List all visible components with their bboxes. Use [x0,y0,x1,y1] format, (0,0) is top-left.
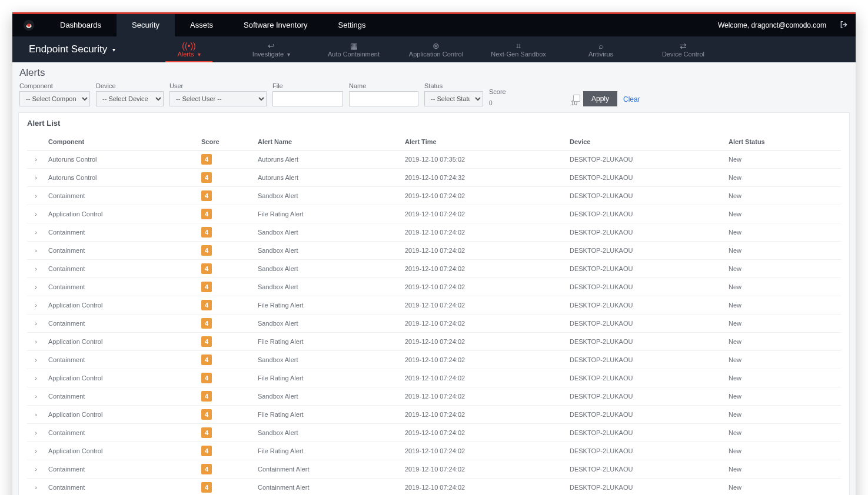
chevron-down-icon: ▾ [287,51,290,58]
cell-alert-name: File Rating Alert [254,205,401,223]
cell-score: 4 [198,242,254,260]
cell-alert-name: File Rating Alert [254,406,401,424]
filter-name-input[interactable] [349,91,418,106]
cell-alert-name: Sandbox Alert [254,387,401,406]
expand-row-icon[interactable]: › [27,278,45,296]
cell-alert-name: Containment Alert [254,479,401,496]
expand-row-icon[interactable]: › [27,150,45,169]
svg-point-1 [27,24,31,27]
expand-row-icon[interactable]: › [27,333,45,351]
filter-file-input[interactable] [272,91,343,106]
filter-user-label: User [169,82,267,89]
topnav-item-security[interactable]: Security [117,14,175,36]
cell-alert-time: 2019-12-10 07:24:02 [401,442,566,460]
cell-status: New [725,205,841,223]
brand-logo-icon [12,19,45,32]
subnav-tab-label: Next-Gen Sandbox [491,51,546,58]
cell-component: Application Control [45,442,198,460]
apply-button[interactable]: Apply [583,91,617,106]
cell-component: Containment [45,315,198,333]
table-row: ›Containment4Containment Alert2019-12-10… [27,460,841,479]
expand-row-icon[interactable]: › [27,205,45,223]
alert-list-title: Alert List [27,119,841,128]
cell-alert-time: 2019-12-10 07:24:02 [401,278,566,296]
cell-component: Containment [45,479,198,496]
table-row: ›Containment4Sandbox Alert2019-12-10 07:… [27,351,841,369]
table-row: ›Containment4Sandbox Alert2019-12-10 07:… [27,278,841,296]
th-alert-name[interactable]: Alert Name [254,133,401,150]
expand-row-icon[interactable]: › [27,242,45,260]
app-frame: DashboardsSecurityAssetsSoftware Invento… [12,12,856,495]
th-device[interactable]: Device [566,133,725,150]
cell-alert-name: Autoruns Alert [254,169,401,187]
score-badge: 4 [201,336,212,347]
filter-status-select[interactable]: -- Select Status -- [424,91,483,106]
cell-device: DESKTOP-2LUKAOU [566,315,725,333]
topnav-item-dashboards[interactable]: Dashboards [45,14,117,36]
expand-row-icon[interactable]: › [27,169,45,187]
cell-status: New [725,479,841,496]
th-score[interactable]: Score [198,133,254,150]
subnav-tab-label: Alerts ▾ [177,51,200,58]
subnav-tab-application-control[interactable]: ⊛Application Control [395,36,477,62]
next-gen-sandbox-icon: ⌗ [516,42,521,50]
topnav-item-settings[interactable]: Settings [322,14,381,36]
filter-user-select[interactable]: -- Select User -- [169,91,267,106]
cell-status: New [725,406,841,424]
expand-row-icon[interactable]: › [27,369,45,387]
expand-row-icon[interactable]: › [27,442,45,460]
cell-device: DESKTOP-2LUKAOU [566,296,725,315]
score-badge: 4 [201,373,212,383]
expand-row-icon[interactable]: › [27,387,45,406]
cell-device: DESKTOP-2LUKAOU [566,205,725,223]
subnav-tab-auto-containment[interactable]: ▦Auto Containment [312,36,395,62]
clear-link[interactable]: Clear [623,95,640,106]
slider-handle-icon[interactable] [573,95,580,102]
expand-row-icon[interactable]: › [27,460,45,479]
th-component[interactable]: Component [45,133,198,150]
cell-alert-time: 2019-12-10 07:24:02 [401,187,566,205]
filter-device-select[interactable]: -- Select Device -- [96,91,164,106]
subnav-tab-investigate[interactable]: ↩Investigate ▾ [230,36,312,62]
cell-alert-time: 2019-12-10 07:24:02 [401,205,566,223]
expand-row-icon[interactable]: › [27,406,45,424]
sub-nav: Endpoint Security ▾ ((•))Alerts ▾↩Invest… [12,36,856,62]
expand-row-icon[interactable]: › [27,315,45,333]
score-badge: 4 [201,190,212,201]
subnav-title[interactable]: Endpoint Security ▾ [12,44,148,55]
expand-row-icon[interactable]: › [27,479,45,496]
expand-row-icon[interactable]: › [27,187,45,205]
subnav-tab-next-gen-sandbox[interactable]: ⌗Next-Gen Sandbox [477,36,560,62]
topnav-item-assets[interactable]: Assets [175,14,228,36]
table-row: ›Containment4Sandbox Alert2019-12-10 07:… [27,242,841,260]
subnav-tab-device-control[interactable]: ⇄Device Control [642,36,724,62]
subnav-tab-alerts[interactable]: ((•))Alerts ▾ [148,36,230,62]
table-row: ›Containment4Sandbox Alert2019-12-10 07:… [27,424,841,442]
cell-score: 4 [198,387,254,406]
th-alert-time[interactable]: Alert Time [401,133,566,150]
expand-row-icon[interactable]: › [27,351,45,369]
cell-device: DESKTOP-2LUKAOU [566,460,725,479]
cell-alert-name: Sandbox Alert [254,315,401,333]
expand-row-icon[interactable]: › [27,260,45,278]
cell-alert-time: 2019-12-10 07:24:02 [401,260,566,278]
filter-component-select[interactable]: -- Select Component -- [19,91,90,106]
table-row: ›Application Control4File Rating Alert20… [27,369,841,387]
th-alert-status[interactable]: Alert Status [725,133,841,150]
subnav-tab-antivirus[interactable]: ⌕Antivirus [560,36,642,62]
topnav-item-software-inventory[interactable]: Software Inventory [228,14,322,36]
welcome-text: Welcome, dragonct@comodo.com [718,21,832,29]
score-badge: 4 [201,172,212,183]
cell-status: New [725,442,841,460]
alerts-icon: ((•)) [182,42,196,50]
cell-score: 4 [198,223,254,242]
table-row: ›Application Control4File Rating Alert20… [27,296,841,315]
expand-row-icon[interactable]: › [27,223,45,242]
table-row: ›Containment4Sandbox Alert2019-12-10 07:… [27,223,841,242]
cell-alert-name: Sandbox Alert [254,187,401,205]
expand-row-icon[interactable]: › [27,296,45,315]
logout-icon[interactable] [832,20,856,31]
expand-row-icon[interactable]: › [27,424,45,442]
cell-status: New [725,242,841,260]
score-min: 0 [489,100,493,106]
